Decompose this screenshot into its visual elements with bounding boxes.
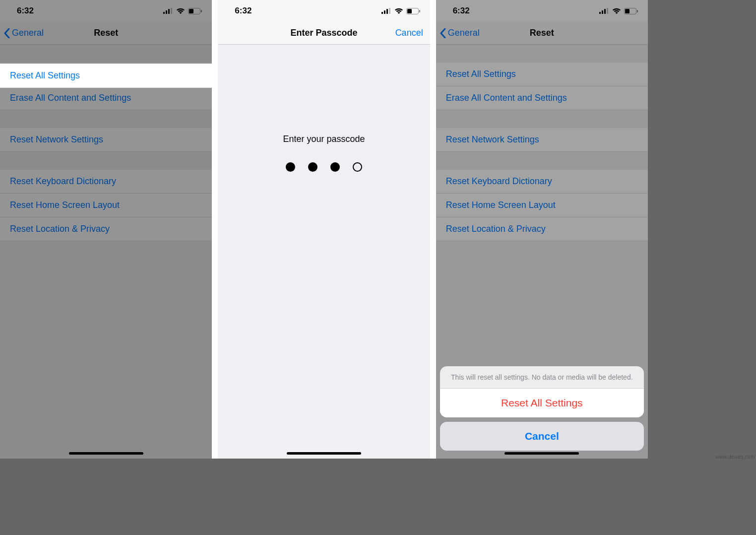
svg-rect-10 — [389, 8, 390, 14]
nav-bar: Enter Passcode Cancel — [218, 22, 430, 45]
status-icons — [163, 8, 202, 14]
svg-rect-8 — [384, 10, 385, 14]
cellular-icon — [163, 8, 173, 14]
wifi-icon — [176, 8, 185, 14]
battery-icon — [188, 8, 202, 14]
row-label: Reset Location & Privacy — [10, 224, 110, 234]
wifi-icon — [394, 8, 403, 14]
svg-rect-5 — [189, 9, 193, 13]
home-indicator — [287, 452, 361, 455]
row-erase-all[interactable]: Erase All Content and Settings — [0, 86, 212, 110]
row-reset-network[interactable]: Reset Network Settings — [0, 128, 212, 152]
passcode-dot-empty — [353, 162, 362, 172]
reset-list: Reset All Settings Erase All Content and… — [0, 45, 212, 459]
action-sheet-main: This will reset all settings. No data or… — [440, 366, 644, 417]
svg-rect-9 — [386, 9, 388, 14]
cancel-label: Cancel — [525, 430, 559, 442]
action-sheet: This will reset all settings. No data or… — [440, 366, 644, 451]
cellular-icon — [381, 8, 391, 14]
svg-rect-3 — [171, 8, 172, 14]
action-sheet-cancel-button[interactable]: Cancel — [440, 422, 644, 451]
passcode-dot-filled — [330, 162, 340, 172]
row-reset-location-privacy[interactable]: Reset Location & Privacy — [0, 217, 212, 241]
panel-enter-passcode: 6:32 Enter Passcode Cancel Enter your pa… — [218, 0, 430, 459]
action-sheet-confirm-button[interactable]: Reset All Settings — [440, 389, 644, 417]
passcode-dot-filled — [308, 162, 317, 172]
passcode-prompt: Enter your passcode — [283, 134, 365, 144]
battery-icon — [406, 8, 420, 14]
passcode-dots — [286, 162, 362, 172]
status-bar: 6:32 — [0, 0, 212, 22]
watermark: www.deuaq.com — [715, 454, 755, 460]
back-label: General — [12, 28, 44, 38]
row-label: Erase All Content and Settings — [10, 93, 131, 103]
passcode-area: Enter your passcode — [218, 45, 430, 459]
panel-action-sheet: 6:32 General Reset Reset All Settings Er… — [436, 0, 648, 459]
status-time: 6:32 — [17, 6, 34, 16]
svg-rect-13 — [419, 10, 420, 12]
row-label: Reset Network Settings — [10, 134, 103, 144]
row-reset-home-screen[interactable]: Reset Home Screen Layout — [0, 194, 212, 217]
row-label: Reset Keyboard Dictionary — [10, 176, 116, 186]
chevron-left-icon — [4, 28, 10, 38]
svg-rect-6 — [201, 10, 202, 12]
row-label: Reset Home Screen Layout — [10, 200, 120, 210]
panel-reset-list-highlighted: 6:32 General Reset Reset All Settings Er… — [0, 0, 212, 459]
cancel-button[interactable]: Cancel — [395, 28, 423, 38]
svg-rect-12 — [407, 9, 412, 13]
back-button[interactable]: General — [0, 28, 44, 38]
home-indicator — [69, 452, 143, 455]
status-bar: 6:32 — [218, 0, 430, 22]
svg-rect-1 — [166, 10, 167, 14]
status-time: 6:32 — [235, 6, 252, 16]
nav-bar: General Reset — [0, 22, 212, 45]
confirm-label: Reset All Settings — [501, 397, 583, 408]
svg-rect-0 — [163, 12, 165, 14]
cancel-label: Cancel — [395, 28, 423, 38]
home-indicator — [504, 452, 579, 455]
svg-rect-2 — [168, 9, 170, 14]
status-icons — [381, 8, 420, 14]
row-label: Reset All Settings — [10, 70, 80, 81]
row-reset-keyboard[interactable]: Reset Keyboard Dictionary — [0, 170, 212, 194]
action-sheet-header: This will reset all settings. No data or… — [440, 366, 644, 389]
row-reset-all-settings-highlighted[interactable]: Reset All Settings — [0, 64, 212, 88]
passcode-dot-filled — [286, 162, 295, 172]
svg-rect-7 — [381, 12, 383, 14]
